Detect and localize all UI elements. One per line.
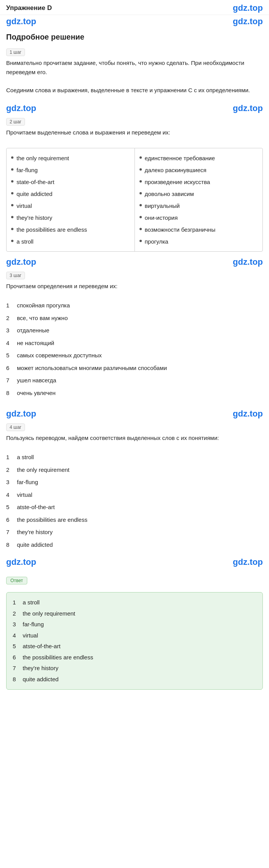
bullet-icon bbox=[11, 192, 13, 194]
step4-num: 6 bbox=[6, 516, 13, 524]
vocab-text-right: довольно зависим bbox=[145, 190, 194, 198]
watermark-left-2: gdz.top bbox=[6, 103, 36, 113]
step-4-section: 4 шаг Пользуясь переводом, найдем соотве… bbox=[0, 420, 269, 450]
definition-item: 8очень увлечен bbox=[6, 387, 263, 400]
bullet-icon bbox=[139, 228, 142, 230]
vocab-item-right: виртуальный bbox=[135, 200, 263, 212]
vocab-item-left: far-flung bbox=[7, 164, 134, 176]
step-2-badge: 2 шаг bbox=[6, 118, 25, 126]
step4-num: 3 bbox=[6, 478, 13, 487]
header: Упражнение D gdz.top bbox=[0, 0, 269, 15]
vocab-item-left: state-of-the-art bbox=[7, 176, 134, 188]
vocab-item-right: далеко раскинувшиеся bbox=[135, 164, 263, 176]
answer-item: 2the only requirement bbox=[13, 608, 256, 619]
vocab-item-left: they're history bbox=[7, 212, 134, 224]
watermark-left-5: gdz.top bbox=[6, 557, 36, 567]
step-3-section: 3 шаг Прочитаем определения и переведем … bbox=[0, 269, 269, 298]
step4-item: 3far-flung bbox=[6, 476, 263, 489]
def-num: 3 bbox=[6, 326, 13, 335]
def-num: 4 bbox=[6, 339, 13, 348]
answer-text: the possibilities are endless bbox=[23, 653, 93, 662]
answer-num: 4 bbox=[13, 631, 20, 640]
vocab-item-left: the possibilities are endless bbox=[7, 224, 134, 236]
answer-item: 3far-flung bbox=[13, 619, 256, 630]
definition-item: 7ушел навсегда bbox=[6, 374, 263, 387]
answer-num: 1 bbox=[13, 598, 20, 607]
vocab-text-right: прогулка bbox=[145, 237, 168, 246]
watermark-right-4: gdz.top bbox=[233, 409, 263, 419]
bullet-icon bbox=[11, 240, 13, 242]
bullet-icon bbox=[139, 204, 142, 206]
bullet-icon bbox=[139, 180, 142, 183]
step4-text: a stroll bbox=[17, 453, 34, 462]
vocab-text-left: far-flung bbox=[17, 166, 38, 174]
step-1-text1: Внимательно прочитаем задание, чтобы пон… bbox=[6, 58, 263, 77]
vocab-text-right: далеко раскинувшиеся bbox=[145, 166, 207, 174]
step4-text: they're history bbox=[17, 528, 53, 537]
vocab-item-right: довольно зависим bbox=[135, 188, 263, 200]
watermark-row-5: gdz.top gdz.top bbox=[0, 556, 269, 569]
vocab-text-right: виртуальный bbox=[145, 202, 180, 210]
step4-item: 6the possibilities are endless bbox=[6, 514, 263, 526]
step4-text: far-flung bbox=[17, 478, 38, 487]
def-text: отдаленные bbox=[17, 326, 49, 335]
vocab-col-right: единственное требованиедалеко раскинувши… bbox=[135, 148, 263, 251]
bullet-icon bbox=[11, 204, 13, 206]
bullet-icon bbox=[11, 156, 13, 159]
watermark-row-1: gdz.top gdz.top bbox=[0, 15, 269, 28]
page-title: Подробное решение bbox=[0, 28, 269, 45]
definitions-list: 1спокойная прогулка2все, что вам нужно3о… bbox=[0, 298, 269, 401]
answer-item: 4virtual bbox=[13, 630, 256, 641]
step4-item: 5atste-of-the-art bbox=[6, 501, 263, 514]
bullet-icon bbox=[139, 240, 142, 242]
answer-section: 1a stroll2the only requirement3far-flung… bbox=[6, 592, 263, 690]
step-4-text1: Пользуясь переводом, найдем соответствия… bbox=[6, 433, 263, 443]
step4-text: the only requirement bbox=[17, 466, 70, 475]
step4-text: quite addicted bbox=[17, 541, 53, 549]
step-4-badge: 4 шаг bbox=[6, 423, 25, 431]
vocab-item-left: virtual bbox=[7, 200, 134, 212]
def-text: все, что вам нужно bbox=[17, 314, 68, 323]
step4-item: 4virtual bbox=[6, 489, 263, 501]
step4-item: 7they're history bbox=[6, 526, 263, 539]
def-num: 5 bbox=[6, 351, 13, 360]
vocab-item-right: возможности безграничны bbox=[135, 224, 263, 236]
def-num: 2 bbox=[6, 314, 13, 323]
def-text: очень увлечен bbox=[17, 389, 56, 398]
vocab-text-right: возможности безграничны bbox=[145, 226, 216, 234]
watermark-left-4: gdz.top bbox=[6, 409, 36, 419]
vocab-item-right: единственное требование bbox=[135, 152, 263, 164]
bullet-icon bbox=[11, 168, 13, 171]
answer-num: 5 bbox=[13, 642, 20, 651]
vocab-text-right: произведение искусства bbox=[145, 178, 210, 186]
exercise-title: Упражнение D bbox=[6, 4, 52, 12]
watermark-row-2: gdz.top gdz.top bbox=[0, 102, 269, 115]
vocab-item-right: они-история bbox=[135, 212, 263, 224]
answer-text: the only requirement bbox=[23, 609, 75, 618]
bullet-icon bbox=[11, 228, 13, 230]
def-text: спокойная прогулка bbox=[17, 301, 70, 310]
step4-num: 8 bbox=[6, 541, 13, 549]
answer-item: 5atste-of-the-art bbox=[13, 641, 256, 652]
answer-item: 7they're history bbox=[13, 663, 256, 674]
step4-num: 7 bbox=[6, 528, 13, 537]
step4-text: virtual bbox=[17, 491, 32, 500]
step4-item: 2the only requirement bbox=[6, 464, 263, 476]
def-text: ушел навсегда bbox=[17, 376, 56, 385]
answer-text: virtual bbox=[23, 631, 38, 640]
step4-list: 1a stroll2the only requirement3far-flung… bbox=[0, 450, 269, 553]
def-num: 7 bbox=[6, 376, 13, 385]
answer-text: quite addicted bbox=[23, 675, 58, 684]
definition-item: 6может использоваться многими различными… bbox=[6, 362, 263, 375]
header-watermark-right: gdz.top bbox=[233, 3, 263, 13]
vocab-item-left: a stroll bbox=[7, 236, 134, 247]
watermark-right-1: gdz.top bbox=[233, 17, 263, 27]
vocab-text-left: a stroll bbox=[17, 237, 33, 246]
vocab-text-right: единственное требование bbox=[145, 154, 215, 162]
step-1-text2: Соединим слова и выражения, выделенные в… bbox=[6, 86, 263, 95]
step4-text: atste-of-the-art bbox=[17, 503, 55, 512]
step-2-section: 2 шаг Прочитаем выделенные слова и выраж… bbox=[0, 115, 269, 144]
vocab-item-left: quite addicted bbox=[7, 188, 134, 200]
vocab-item-left: the only requirement bbox=[7, 152, 134, 164]
step4-item: 1a stroll bbox=[6, 451, 263, 464]
